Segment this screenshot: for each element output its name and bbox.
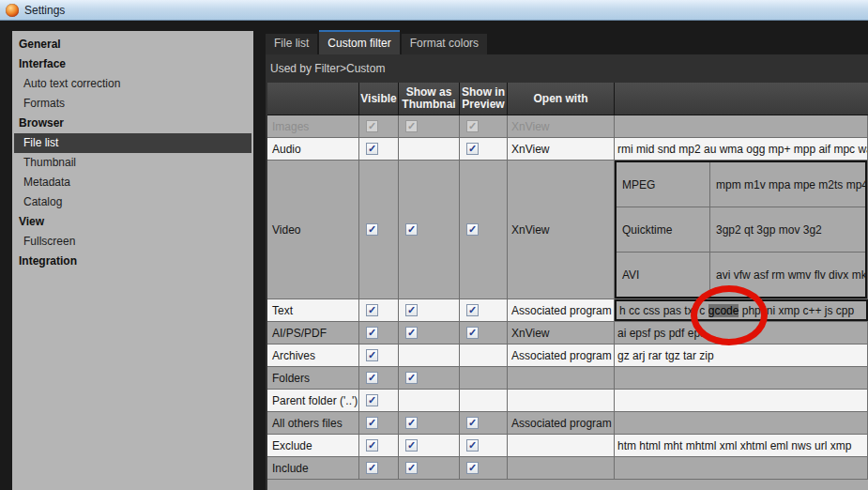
video-subrow-mpeg[interactable]: MPEG mpm m1v mpa mpe m2ts mp4 <box>617 162 865 207</box>
preview-checkbox[interactable] <box>466 417 479 429</box>
thumbnail-checkbox[interactable] <box>405 462 418 474</box>
sidebar-item-browser[interactable]: Browser <box>12 114 253 133</box>
preview-cell[interactable] <box>460 390 508 411</box>
preview-cell[interactable] <box>460 345 508 366</box>
visible-checkbox[interactable] <box>366 223 378 236</box>
open-with-cell[interactable] <box>508 457 615 479</box>
preview-cell[interactable] <box>460 435 508 456</box>
visible-cell[interactable] <box>359 457 399 479</box>
thumbnail-checkbox[interactable] <box>405 223 418 236</box>
sidebar-item-thumbnail[interactable]: Thumbnail <box>12 153 253 173</box>
tab-custom-filter[interactable]: Custom filter <box>319 30 399 54</box>
extensions-cell[interactable]: htm html mht mhtml xml xhtml eml nws url… <box>615 435 868 456</box>
visible-checkbox[interactable] <box>366 143 378 155</box>
thumbnail-cell[interactable] <box>399 322 460 344</box>
visible-checkbox[interactable] <box>366 417 378 429</box>
open-with-cell[interactable]: XnView <box>508 115 615 137</box>
thumbnail-checkbox[interactable] <box>405 120 418 132</box>
extensions-cell[interactable] <box>615 412 868 434</box>
extensions-cell[interactable]: ai epsf ps pdf eps <box>615 322 868 344</box>
thumbnail-cell[interactable] <box>399 138 460 160</box>
preview-checkbox[interactable] <box>466 120 479 132</box>
visible-cell[interactable] <box>359 299 399 321</box>
thumbnail-checkbox[interactable] <box>405 327 418 339</box>
sidebar-item-interface[interactable]: Interface <box>12 54 253 74</box>
visible-checkbox[interactable] <box>366 349 378 361</box>
preview-checkbox[interactable] <box>466 223 479 236</box>
sidebar-item-formats[interactable]: Formats <box>12 94 253 114</box>
video-format-extensions[interactable]: 3gp2 qt 3gp mov 3g2 <box>710 207 865 252</box>
open-with-cell[interactable] <box>508 367 615 389</box>
extensions-cell-selected[interactable]: h cc css pas txt c gcode php ini xmp c++… <box>615 299 868 321</box>
open-with-cell[interactable]: XnView <box>508 161 615 299</box>
extensions-cell[interactable] <box>615 457 868 479</box>
open-with-cell[interactable]: Associated program <box>508 345 615 366</box>
visible-cell[interactable] <box>359 345 399 366</box>
visible-cell[interactable] <box>359 322 399 344</box>
extensions-cell[interactable]: rmi mid snd mp2 au wma ogg mp+ mpp aif m… <box>615 138 868 160</box>
thumbnail-checkbox[interactable] <box>405 439 418 452</box>
thumbnail-cell[interactable] <box>399 367 460 389</box>
sidebar-item-metadata[interactable]: Metadata <box>12 173 253 192</box>
open-with-cell[interactable]: Associated program <box>508 412 615 434</box>
visible-cell[interactable] <box>359 390 399 411</box>
visible-checkbox[interactable] <box>366 462 378 474</box>
open-with-cell[interactable]: XnView <box>508 322 615 344</box>
sidebar-item-general[interactable]: General <box>12 35 253 54</box>
preview-cell[interactable] <box>460 161 508 299</box>
thumbnail-checkbox[interactable] <box>405 304 418 316</box>
extensions-cell[interactable] <box>615 390 868 411</box>
video-format-extensions[interactable]: mpm m1v mpa mpe m2ts mp4 <box>710 162 865 207</box>
sidebar-item-catalog[interactable]: Catalog <box>12 192 253 212</box>
preview-checkbox[interactable] <box>466 327 479 339</box>
tab-format-colors[interactable]: Format colors <box>402 34 487 54</box>
video-subrow-avi[interactable]: AVI avi vfw asf rm wmv flv divx mkv <box>617 253 865 297</box>
visible-cell[interactable] <box>359 435 399 456</box>
visible-checkbox[interactable] <box>366 304 378 316</box>
visible-checkbox[interactable] <box>366 120 378 132</box>
preview-checkbox[interactable] <box>466 462 479 474</box>
extensions-cell[interactable]: gz arj rar tgz tar zip <box>615 345 868 366</box>
visible-checkbox[interactable] <box>366 327 378 339</box>
video-subrow-quicktime[interactable]: Quicktime 3gp2 qt 3gp mov 3g2 <box>617 207 865 253</box>
visible-checkbox[interactable] <box>366 439 378 452</box>
preview-cell[interactable] <box>460 299 508 321</box>
thumbnail-cell[interactable] <box>399 457 460 479</box>
sidebar-item-view[interactable]: View <box>12 212 253 232</box>
sidebar-item-file-list[interactable]: File list <box>14 133 251 153</box>
tab-file-list[interactable]: File list <box>266 34 317 54</box>
open-with-cell[interactable] <box>508 435 615 456</box>
thumbnail-cell[interactable] <box>399 412 460 434</box>
thumbnail-checkbox[interactable] <box>405 372 418 384</box>
open-with-cell[interactable]: XnView <box>508 138 615 160</box>
sidebar-item-auto-text-correction[interactable]: Auto text correction <box>12 74 253 94</box>
visible-cell[interactable] <box>359 161 399 299</box>
thumbnail-cell[interactable] <box>399 299 460 321</box>
thumbnail-cell[interactable] <box>399 161 460 299</box>
open-with-cell[interactable] <box>508 390 615 411</box>
visible-checkbox[interactable] <box>366 372 378 384</box>
visible-cell[interactable] <box>359 115 399 137</box>
visible-cell[interactable] <box>359 367 399 389</box>
preview-cell[interactable] <box>460 367 508 389</box>
sidebar-item-integration[interactable]: Integration <box>12 252 253 271</box>
preview-checkbox[interactable] <box>466 143 479 155</box>
extensions-cell[interactable] <box>615 115 868 137</box>
preview-checkbox[interactable] <box>466 304 479 316</box>
preview-cell[interactable] <box>460 457 508 479</box>
visible-cell[interactable] <box>359 138 399 160</box>
sidebar-item-fullscreen[interactable]: Fullscreen <box>12 232 253 252</box>
thumbnail-checkbox[interactable] <box>405 417 418 429</box>
visible-checkbox[interactable] <box>366 394 378 406</box>
thumbnail-cell[interactable] <box>399 390 460 411</box>
open-with-cell[interactable]: Associated program <box>508 299 615 321</box>
extensions-cell[interactable] <box>615 367 868 389</box>
thumbnail-cell[interactable] <box>399 435 460 456</box>
preview-cell[interactable] <box>460 138 508 160</box>
preview-cell[interactable] <box>460 322 508 344</box>
preview-cell[interactable] <box>460 412 508 434</box>
extensions-cell[interactable]: MPEG mpm m1v mpa mpe m2ts mp4 Quicktime … <box>615 161 868 299</box>
preview-cell[interactable] <box>460 115 508 137</box>
visible-cell[interactable] <box>359 412 399 434</box>
preview-checkbox[interactable] <box>466 439 479 452</box>
